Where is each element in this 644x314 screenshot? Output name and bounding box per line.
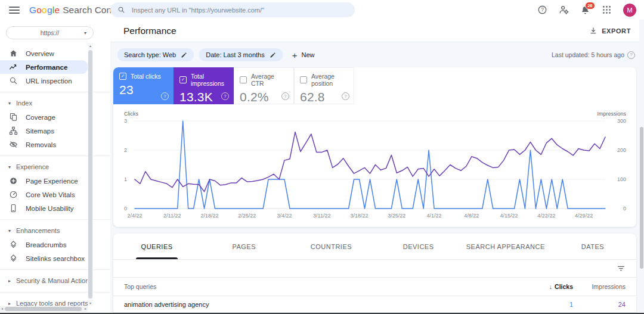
window-vertical-scrollbar[interactable] (639, 20, 644, 313)
url-inspect-searchbox[interactable] (110, 2, 355, 17)
filter-chip-date-last-3-months[interactable]: Date: Last 3 months (199, 48, 282, 61)
svg-text:2/4/22: 2/4/22 (127, 213, 142, 219)
scroll-down-icon[interactable]: ▾ (88, 301, 93, 305)
help-icon[interactable]: ? (537, 5, 547, 15)
table-header-row: Top queries ↓Clicks Impressions (113, 278, 636, 296)
coverage-icon (9, 113, 18, 122)
checkbox-unchecked-icon[interactable] (300, 76, 307, 83)
filter-icon[interactable] (617, 264, 626, 273)
sidebar-item-sitelinks-searchbox[interactable]: Sitelinks searchbox (0, 251, 88, 265)
metric-tile-average-ctr[interactable]: Average CTR0.2%? (234, 67, 294, 104)
sidebar-item-label: Mobile Usability (26, 205, 74, 212)
last-updated: Last updated: 5 hours ago ? (552, 51, 635, 59)
url-inspect-input[interactable] (131, 6, 348, 14)
svg-text:2/18/22: 2/18/22 (201, 213, 219, 219)
main-area: Performance EXPORT Search type: WebDate:… (110, 20, 644, 314)
avatar[interactable]: M (623, 4, 636, 17)
metric-label: Total clicks (131, 73, 161, 80)
home-icon (9, 49, 18, 58)
column-header-clicks[interactable]: ↓Clicks (507, 283, 573, 290)
sidebar-item-sitemaps[interactable]: Sitemaps (0, 124, 88, 138)
metric-tile-total-impressions[interactable]: ✓Total impressions13.3K? (174, 67, 234, 104)
tab-search-appearance[interactable]: SEARCH APPEARANCE (462, 234, 549, 259)
help-circle-icon[interactable]: ? (627, 51, 635, 59)
sidebar-section-label: Index (16, 100, 32, 107)
scroll-right-icon[interactable]: ▸ (85, 306, 86, 312)
clicks-cell: 1 (507, 301, 573, 308)
sidebar-section-security-manual-actions[interactable]: ▸Security & Manual Actions (0, 273, 110, 288)
chevron-down-icon: ▾ (84, 30, 86, 36)
help-circle-icon[interactable]: ? (161, 92, 169, 100)
sidebar-item-breadcrumbs[interactable]: Breadcrumbs (0, 238, 88, 251)
tab-devices[interactable]: DEVICES (375, 234, 462, 259)
performance-chart-card: ✓Total clicks23?✓Total impressions13.3K?… (113, 67, 636, 227)
core-web-vitals-icon (9, 190, 18, 199)
sidebar-item-performance[interactable]: Performance (0, 60, 88, 74)
menu-icon[interactable] (9, 7, 20, 14)
sidebar-item-overview[interactable]: Overview (0, 46, 88, 60)
sidebar-item-core-web-vitals[interactable]: Core Web Vitals (0, 188, 88, 201)
tab-pages[interactable]: PAGES (200, 234, 287, 259)
sidebar-item-coverage[interactable]: Coverage (0, 110, 88, 124)
sidebar-vscroll-thumb[interactable] (88, 50, 92, 299)
chevron-down-icon: ▾ (8, 101, 16, 106)
chevron-down-icon: ▾ (8, 164, 16, 170)
metric-tiles: ✓Total clicks23?✓Total impressions13.3K?… (113, 67, 636, 104)
chart-area[interactable]: 00110022003300ClicksImpressions2/4/222/1… (113, 104, 636, 223)
filter-chip-search-type-web[interactable]: Search type: Web (117, 48, 194, 61)
sidebar-item-mobile-usability[interactable]: Mobile Usability (0, 201, 88, 215)
svg-text:4/22/22: 4/22/22 (537, 213, 555, 219)
metric-tile-header: ✓Total impressions (179, 73, 228, 87)
window-vscroll-thumb[interactable] (640, 127, 643, 269)
sidebar-group: ▾IndexCoverageSitemapsRemovals (0, 92, 110, 151)
user-settings-icon[interactable] (559, 5, 569, 15)
svg-text:3/25/22: 3/25/22 (388, 213, 405, 219)
property-selector[interactable]: https:// ▾ (6, 26, 94, 39)
search-icon (117, 6, 125, 14)
pencil-icon (181, 52, 187, 58)
svg-text:2: 2 (124, 147, 127, 153)
last-updated-text: Last updated: 5 hours ago (552, 51, 624, 58)
sidebar-item-url-inspection[interactable]: URL inspection (0, 74, 88, 88)
topbar-actions: ? 26 M (537, 4, 644, 17)
help-circle-icon[interactable]: ? (342, 92, 349, 100)
apps-grid-icon[interactable] (602, 5, 612, 15)
metric-tile-header: ✓Total clicks (119, 73, 168, 80)
new-filter-button[interactable]: + New (292, 51, 315, 60)
sidebar-vertical-scrollbar[interactable]: ▴ ▾ (88, 43, 93, 306)
sidebar-section-enhancements[interactable]: ▾Enhancements (0, 223, 110, 238)
removals-icon (9, 140, 18, 149)
help-circle-icon[interactable]: ? (281, 92, 289, 100)
export-button[interactable]: EXPORT (589, 27, 631, 35)
dimensions-table-card: QUERIESPAGESCOUNTRIESDEVICESSEARCH APPEA… (113, 234, 636, 312)
checkbox-unchecked-icon[interactable] (240, 76, 247, 83)
scroll-up-icon[interactable]: ▴ (88, 43, 93, 48)
performance-icon (9, 63, 18, 71)
help-circle-icon[interactable]: ? (221, 92, 229, 100)
sidebar-item-label: Coverage (26, 114, 55, 121)
checkbox-checked-icon[interactable]: ✓ (119, 73, 126, 80)
metric-label: Average position (311, 73, 348, 87)
page-experience-icon (9, 176, 18, 185)
sidebar-item-removals[interactable]: Removals (0, 138, 88, 151)
scroll-left-icon[interactable]: ◂ (1, 306, 3, 312)
column-header-queries[interactable]: Top queries (124, 283, 507, 290)
property-label: https:// (41, 29, 60, 36)
impressions-cell: 24 (573, 301, 626, 308)
sidebar-section-index[interactable]: ▾Index (0, 96, 110, 110)
notifications-bell-icon[interactable]: 26 (580, 5, 590, 15)
table-row[interactable]: animation advertising agency124 (113, 296, 636, 312)
sidebar-section-experience[interactable]: ▾Experience (0, 160, 110, 174)
tab-countries[interactable]: COUNTRIES (287, 234, 374, 259)
checkbox-checked-icon[interactable]: ✓ (179, 76, 187, 83)
sitelinks-icon (9, 254, 18, 263)
sidebar-hscroll-thumb[interactable] (5, 307, 82, 311)
sort-down-icon: ↓ (549, 283, 552, 290)
sidebar-item-page-experience[interactable]: Page Experience (0, 174, 88, 188)
tab-queries[interactable]: QUERIES (113, 234, 200, 259)
metric-tile-average-position[interactable]: Average position62.8? (294, 67, 354, 104)
metric-tile-total-clicks[interactable]: ✓Total clicks23? (113, 67, 174, 104)
tab-dates[interactable]: DATES (549, 234, 636, 259)
sidebar-horizontal-scrollbar[interactable]: ◂ ▸ (0, 306, 88, 312)
column-header-impressions[interactable]: Impressions (573, 283, 626, 290)
